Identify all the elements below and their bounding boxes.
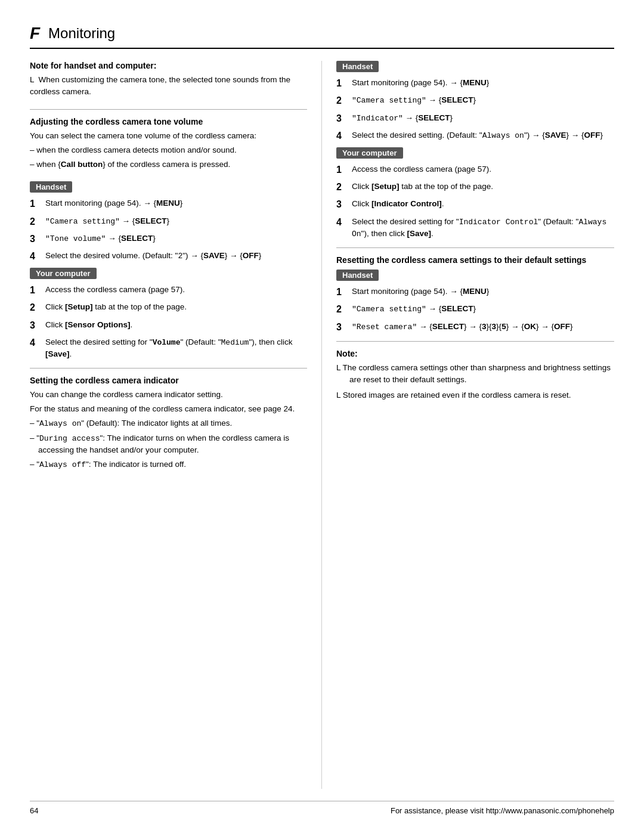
two-col-layout: Note for handset and computer: L When cu… [30,61,614,789]
step-left-h4: 4 Select the desired volume. (Default: "… [30,250,307,263]
tone-bullets: when the cordless camera detects motion … [30,144,307,171]
step-left-c1: 1 Access the cordless camera (page 57). [30,284,307,297]
reset-note-label: Note: [336,349,614,358]
note-title: Note for handset and computer: [30,61,307,70]
indicator-section: Setting the cordless camera indicator Yo… [30,376,307,471]
indicator-intro: You can change the cordless camera indic… [30,389,307,401]
header-title: Monitoring [48,25,115,42]
step-reset-h1: 1 Start monitoring (page 54). → {MENU} [336,286,614,299]
step-right-h1: 1 Start monitoring (page 54). → {MENU} [336,77,614,90]
step-left-c3: 3 Click [Sensor Options]. [30,319,307,332]
left-column: Note for handset and computer: L When cu… [30,61,322,789]
step-right-c1: 1 Access the cordless camera (page 57). [336,163,614,176]
page: F Monitoring Note for handset and comput… [0,0,644,833]
tone-section: Adjusting the cordless camera tone volum… [30,117,307,171]
step-reset-h2: 2 "Camera setting" → {SELECT} [336,303,614,316]
computer-steps-left: 1 Access the cordless camera (page 57). … [30,284,307,361]
step-right-c2: 2 Click [Setup] tab at the top of the pa… [336,181,614,194]
step-right-h3: 3 "Indicator" → {SELECT} [336,112,614,125]
note-text: L When customizing the camera tone, the … [30,74,307,98]
header-letter: F [30,24,40,43]
divider-2 [30,368,307,368]
handset-steps-left: 1 Start monitoring (page 54). → {MENU} 2… [30,197,307,264]
step-left-c4: 4 Select the desired setting for "Volume… [30,336,307,361]
computer-badge-left: Your computer [30,268,97,279]
step-right-h4: 4 Select the desired setting. (Default: … [336,129,614,143]
reset-note-1: The cordless camera settings other than … [336,362,614,386]
indicator-detail: For the status and meaning of the cordle… [30,403,307,415]
handset-badge-right: Handset [336,61,379,72]
indicator-bullet-1: "Always on" (Default): The indicator lig… [30,417,307,430]
handset-badge-left: Handset [30,181,72,193]
note-section: Note for handset and computer: L When cu… [30,61,307,98]
reset-handset-steps: 1 Start monitoring (page 54). → {MENU} 2… [336,286,614,334]
divider-right-1 [336,247,614,248]
indicator-bullet-2: "During access": The indicator turns on … [30,432,307,457]
step-left-h1: 1 Start monitoring (page 54). → {MENU} [30,197,307,210]
step-right-c4: 4 Select the desired setting for "Indica… [336,216,614,240]
step-right-h2: 2 "Camera setting" → {SELECT} [336,94,614,107]
step-right-c3: 3 Click [Indicator Control]. [336,198,614,211]
tone-bullet-1: when the cordless camera detects motion … [30,144,307,156]
indicator-title: Setting the cordless camera indicator [30,376,307,385]
tone-title: Adjusting the cordless camera tone volum… [30,117,307,126]
divider-1 [30,109,307,110]
reset-section-title: Resetting the cordless camera settings t… [336,255,614,265]
computer-badge-right: Your computer [336,147,403,159]
step-left-h2: 2 "Camera setting" → {SELECT} [30,215,307,228]
computer-steps-right: 1 Access the cordless camera (page 57). … [336,163,614,240]
reset-note-list: The cordless camera settings other than … [336,362,614,402]
page-footer: 64 For assistance, please visit http://w… [30,801,614,815]
step-reset-h3: 3 "Reset camera" → {SELECT} → {3}{3}{5} … [336,321,614,334]
handset-steps-right: 1 Start monitoring (page 54). → {MENU} 2… [336,77,614,143]
reset-handset-badge: Handset [336,270,379,281]
divider-right-2 [336,341,614,342]
tone-intro: You can select the camera tone volume of… [30,130,307,142]
indicator-bullet-3: "Always off": The indicator is turned of… [30,459,307,471]
indicator-bullets: "Always on" (Default): The indicator lig… [30,417,307,471]
tone-bullet-2: when {Call button} of the cordless camer… [30,159,307,171]
right-column: Handset 1 Start monitoring (page 54). → … [322,61,614,789]
step-left-h3: 3 "Tone volume" → {SELECT} [30,233,307,246]
page-number: 64 [30,806,38,815]
step-left-c2: 2 Click [Setup] tab at the top of the pa… [30,301,307,314]
reset-note-2: Stored images are retained even if the c… [336,389,614,401]
help-text: For assistance, please visit http://www.… [391,806,614,815]
page-header: F Monitoring [30,24,614,49]
reset-note-section: Note: The cordless camera settings other… [336,349,614,402]
